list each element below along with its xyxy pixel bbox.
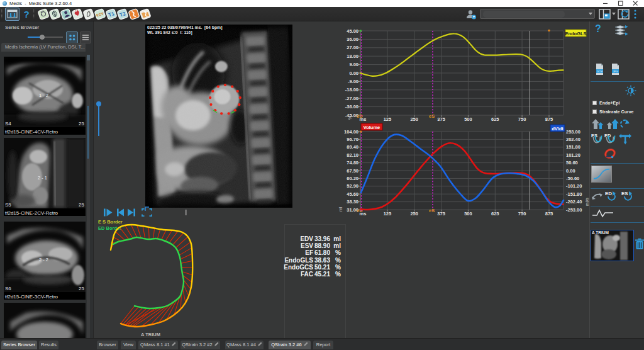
svg-text:500: 500 bbox=[464, 211, 472, 217]
svg-text:38.30: 38.30 bbox=[347, 199, 358, 205]
svg-text:9.00: 9.00 bbox=[349, 62, 358, 67]
svg-text:125: 125 bbox=[384, 116, 392, 122]
svg-text:0.00: 0.00 bbox=[566, 168, 575, 174]
svg-text:202.40: 202.40 bbox=[566, 137, 580, 142]
svg-text:DCM: DCM bbox=[597, 70, 602, 73]
svg-text:-50.60: -50.60 bbox=[566, 176, 579, 181]
svg-text:Volume: Volume bbox=[364, 125, 380, 130]
svg-text:500: 500 bbox=[464, 116, 472, 122]
svg-text:250: 250 bbox=[410, 116, 418, 122]
svg-text:625: 625 bbox=[491, 211, 499, 217]
svg-text:eD: eD bbox=[357, 113, 363, 119]
svg-text:-27.00: -27.00 bbox=[345, 96, 358, 101]
svg-text:-253.00: -253.00 bbox=[566, 207, 582, 213]
svg-text:ES: ES bbox=[621, 191, 628, 196]
svg-text:625: 625 bbox=[491, 116, 499, 122]
svg-text:875: 875 bbox=[545, 116, 553, 122]
svg-text:74.80: 74.80 bbox=[347, 160, 358, 166]
svg-text:EndoGLS: EndoGLS bbox=[565, 31, 586, 37]
svg-text:101.20: 101.20 bbox=[566, 152, 580, 158]
svg-text:JPG: JPG bbox=[613, 70, 618, 73]
svg-text:89.40: 89.40 bbox=[347, 144, 358, 150]
svg-text:-36.00: -36.00 bbox=[345, 104, 358, 110]
svg-text:375: 375 bbox=[437, 211, 445, 217]
svg-text:250: 250 bbox=[410, 211, 418, 217]
svg-text:18.00: 18.00 bbox=[347, 54, 358, 59]
svg-text:ED: ED bbox=[604, 133, 611, 138]
svg-text:125: 125 bbox=[384, 211, 392, 217]
svg-text:750: 750 bbox=[518, 211, 526, 217]
svg-text:eS: eS bbox=[429, 113, 435, 119]
svg-text:ED: ED bbox=[605, 191, 612, 196]
svg-text:-9.00: -9.00 bbox=[348, 79, 358, 84]
svg-text:-202.40: -202.40 bbox=[566, 199, 582, 205]
svg-text:45.60: 45.60 bbox=[347, 191, 358, 197]
svg-text:eS: eS bbox=[429, 208, 435, 213]
svg-text:67.50: 67.50 bbox=[347, 168, 358, 174]
svg-text:750: 750 bbox=[518, 116, 526, 122]
svg-text:-101.20: -101.20 bbox=[566, 183, 582, 189]
svg-text:-18.00: -18.00 bbox=[345, 87, 358, 93]
svg-text:96.70: 96.70 bbox=[347, 137, 358, 142]
svg-text:2 - 1: 2 - 1 bbox=[38, 175, 47, 181]
svg-text:875: 875 bbox=[545, 211, 553, 217]
svg-text:151.80: 151.80 bbox=[566, 144, 580, 150]
svg-text:104.00: 104.00 bbox=[344, 129, 358, 135]
svg-text:60.20: 60.20 bbox=[347, 176, 358, 181]
svg-text:45.00: 45.00 bbox=[347, 28, 358, 34]
svg-text:50.60: 50.60 bbox=[566, 160, 578, 166]
svg-text:dV/dt: dV/dt bbox=[552, 126, 564, 132]
svg-text:ES: ES bbox=[591, 133, 597, 138]
svg-text:375: 375 bbox=[437, 116, 445, 122]
svg-text:82.10: 82.10 bbox=[347, 152, 358, 158]
svg-text:-151.80: -151.80 bbox=[566, 191, 582, 197]
svg-text:0.00: 0.00 bbox=[349, 71, 358, 76]
svg-text:1 - 2: 1 - 2 bbox=[39, 93, 48, 98]
svg-text:27.00: 27.00 bbox=[347, 45, 358, 50]
svg-text:52.90: 52.90 bbox=[347, 183, 358, 189]
svg-text:36.00: 36.00 bbox=[347, 37, 358, 42]
svg-text:253.00: 253.00 bbox=[566, 129, 580, 135]
svg-text:2 - 2: 2 - 2 bbox=[39, 257, 48, 262]
